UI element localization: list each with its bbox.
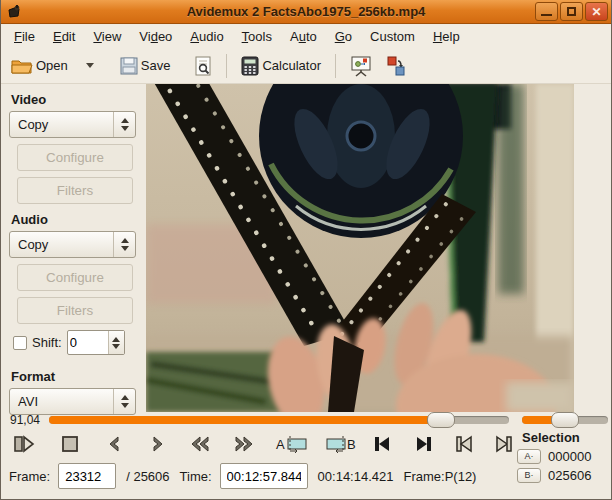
menu-file[interactable]: File <box>5 26 44 47</box>
seek-slider[interactable] <box>49 416 509 424</box>
close-button[interactable]: ✕ <box>585 2 608 21</box>
chevron-left-icon <box>106 434 122 454</box>
time-input[interactable] <box>220 463 308 489</box>
svg-text:B: B <box>347 437 356 452</box>
menu-go[interactable]: Go <box>326 26 361 47</box>
document-magnifier-icon <box>194 56 212 76</box>
open-label: Open <box>36 58 68 73</box>
stop-icon <box>60 434 80 454</box>
calculator-label: Calculator <box>262 58 321 73</box>
video-still-film-reel <box>146 84 574 412</box>
first-frame-icon <box>454 434 474 454</box>
titlebar[interactable]: Avidemux 2 FactsAbo1975_256kb.mp4 ✕ <box>1 0 611 24</box>
window-title: Avidemux 2 FactsAbo1975_256kb.mp4 <box>1 4 611 19</box>
menu-bar: File Edit View Video Audio Tools Auto Go… <box>1 25 611 48</box>
menu-view[interactable]: View <box>84 26 130 47</box>
status-bar: Frame: / 25606 Time: 00:14:14.421 Frame:… <box>1 458 521 494</box>
video-codec-value: Copy <box>18 117 48 132</box>
mark-a-button[interactable]: A <box>273 432 313 456</box>
avidemux-window: Avidemux 2 FactsAbo1975_256kb.mp4 ✕ File… <box>0 0 612 500</box>
joined-edit-button[interactable] <box>380 50 412 82</box>
first-frame-button[interactable] <box>451 432 477 456</box>
time-label: Time: <box>180 469 212 484</box>
save-label: Save <box>141 58 171 73</box>
stop-button[interactable] <box>57 432 83 456</box>
spin-arrows-icon[interactable] <box>108 331 124 354</box>
toolbar-separator <box>226 54 227 78</box>
shift-row: Shift: <box>13 330 144 355</box>
last-frame-icon <box>494 434 514 454</box>
frame-input[interactable] <box>58 463 116 489</box>
duration-value: 00:14:14.421 <box>318 469 394 484</box>
toolbar-separator <box>335 54 336 78</box>
open-button[interactable]: Open <box>5 52 74 80</box>
menu-video[interactable]: Video <box>130 26 181 47</box>
preview-button[interactable] <box>188 51 218 81</box>
seek-slider-fill <box>49 416 449 424</box>
calculator-icon <box>241 56 259 76</box>
next-frame-button[interactable] <box>145 432 171 456</box>
maximize-button[interactable] <box>560 2 583 21</box>
selection-a-row: A· 000000 <box>513 449 607 464</box>
shift-value-input[interactable] <box>70 332 102 353</box>
toolbar: Open Save <box>1 48 611 84</box>
mark-b-button[interactable]: B <box>321 432 361 456</box>
menu-audio[interactable]: Audio <box>181 26 232 47</box>
play-button[interactable] <box>11 432 37 456</box>
format-section-title: Format <box>11 369 144 384</box>
frame-label: Frame: <box>9 469 50 484</box>
menu-auto[interactable]: Auto <box>281 26 326 47</box>
frame-type-value: Frame:P(12) <box>403 469 476 484</box>
selection-panel: Selection A· 000000 B· 025606 <box>513 430 607 483</box>
forward-jump-button[interactable] <box>231 432 257 456</box>
selection-end-value: 025606 <box>548 468 591 483</box>
volume-slider-handle[interactable] <box>551 412 579 428</box>
seek-slider-handle[interactable] <box>427 412 455 428</box>
mark-a-icon: A <box>275 433 311 455</box>
video-frame <box>146 84 574 412</box>
projection-button[interactable] <box>344 50 378 82</box>
audio-section-title: Audio <box>11 212 144 227</box>
menu-custom[interactable]: Custom <box>361 26 424 47</box>
selection-b-row: B· 025606 <box>513 468 607 483</box>
play-icon <box>13 434 35 454</box>
shift-label: Shift: <box>32 335 62 350</box>
volume-slider[interactable] <box>522 416 608 424</box>
shift-spinbox[interactable] <box>67 330 125 355</box>
double-chevron-left-icon <box>189 434 211 454</box>
previous-frame-button[interactable] <box>101 432 127 456</box>
projector-screen-icon <box>350 55 372 77</box>
audio-codec-value: Copy <box>18 237 48 252</box>
audio-configure-button[interactable]: Configure <box>17 264 133 291</box>
video-filters-button[interactable]: Filters <box>17 177 133 204</box>
menu-edit[interactable]: Edit <box>44 26 84 47</box>
shift-checkbox[interactable] <box>13 336 27 350</box>
transport-bar: A B <box>1 430 521 458</box>
save-button[interactable]: Save <box>114 52 177 80</box>
save-disk-icon <box>120 57 138 75</box>
format-value: AVI <box>18 394 38 409</box>
timeline-row: 91,04 <box>1 408 611 432</box>
open-dropdown-button[interactable] <box>76 58 104 73</box>
video-configure-button[interactable]: Configure <box>17 144 133 171</box>
back-jump-button[interactable] <box>187 432 213 456</box>
maximize-icon <box>567 7 576 16</box>
next-keyframe-button[interactable] <box>411 432 437 456</box>
frame-total: / 25606 <box>126 469 169 484</box>
swap-segments-icon <box>386 55 406 77</box>
mark-b-icon: B <box>323 433 359 455</box>
sidebar-panel: Video Copy Configure Filters Audio Copy … <box>1 84 144 408</box>
combo-arrows-icon <box>113 232 135 257</box>
selection-start-value: 000000 <box>548 449 591 464</box>
video-section-title: Video <box>11 92 144 107</box>
double-chevron-right-icon <box>233 434 255 454</box>
menu-tools[interactable]: Tools <box>233 26 281 47</box>
audio-codec-select[interactable]: Copy <box>9 231 136 258</box>
video-codec-select[interactable]: Copy <box>9 111 136 138</box>
menu-help[interactable]: Help <box>424 26 469 47</box>
calculator-button[interactable]: Calculator <box>235 51 327 81</box>
minimize-button[interactable] <box>535 2 558 21</box>
next-keyframe-icon <box>414 434 434 454</box>
audio-filters-button[interactable]: Filters <box>17 297 133 324</box>
previous-keyframe-button[interactable] <box>369 432 395 456</box>
